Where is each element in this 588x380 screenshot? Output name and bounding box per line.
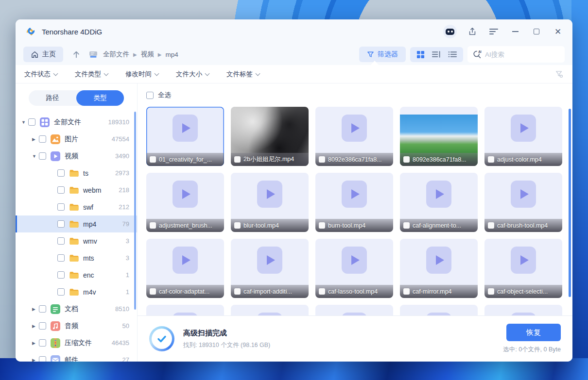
tree-item-checkbox[interactable] xyxy=(57,169,65,177)
tree-item-checkbox[interactable] xyxy=(39,305,46,313)
grid-view-icon[interactable] xyxy=(416,50,425,59)
tree-item[interactable]: ▶ 音频 50 xyxy=(16,317,137,334)
file-card[interactable]: caf-alignment-to... xyxy=(400,173,478,232)
tree-item[interactable]: wmv 3 xyxy=(16,232,137,249)
search-input[interactable] xyxy=(485,51,553,58)
file-card[interactable]: caf-import-additi... xyxy=(231,239,309,298)
tree-item[interactable]: ▶ 文档 8510 xyxy=(16,300,137,317)
file-card[interactable] xyxy=(231,305,309,315)
file-checkbox[interactable] xyxy=(150,156,156,163)
filter-reset-icon[interactable] xyxy=(555,70,564,79)
tree-item-checkbox[interactable] xyxy=(57,237,65,245)
file-checkbox[interactable] xyxy=(488,156,494,163)
tree-item[interactable]: enc 1 xyxy=(16,266,137,283)
sidebar-scrollbar[interactable] xyxy=(134,112,136,310)
file-checkbox[interactable] xyxy=(488,222,494,229)
file-card[interactable]: caf-mirror.mp4 xyxy=(400,239,478,298)
tree-item-checkbox[interactable] xyxy=(57,186,65,194)
file-card[interactable]: caf-object-selecti... xyxy=(484,239,562,298)
expander-caret-icon[interactable]: ▶ xyxy=(32,307,39,312)
tab-type[interactable]: 类型 xyxy=(76,90,124,106)
expander-caret-icon[interactable]: ▶ xyxy=(32,341,39,346)
list-view-icon[interactable] xyxy=(448,50,457,58)
menu-icon[interactable] xyxy=(488,26,500,37)
tree-item[interactable]: mp4 79 xyxy=(16,215,137,232)
breadcrumb-all-files[interactable]: 全部文件 xyxy=(103,50,129,59)
tree-item-checkbox[interactable] xyxy=(39,356,46,362)
home-button[interactable]: 主页 xyxy=(23,47,63,62)
tree-item[interactable]: ts 2973 xyxy=(16,165,137,182)
expander-caret-icon[interactable]: ▶ xyxy=(32,324,39,329)
tree-item-checkbox[interactable] xyxy=(57,271,65,279)
ai-assistant-icon[interactable] xyxy=(443,25,457,38)
detail-view-icon[interactable] xyxy=(432,50,441,58)
file-checkbox[interactable] xyxy=(319,222,325,229)
tree-item[interactable]: ▼ 全部文件 189310 xyxy=(16,114,137,131)
breadcrumb-video[interactable]: 视频 xyxy=(141,50,154,59)
ai-search-box[interactable]: AI xyxy=(467,46,565,63)
tree-item[interactable]: ▼ 视频 3490 xyxy=(16,148,137,165)
tree-item[interactable]: webm 218 xyxy=(16,182,137,198)
file-card[interactable]: caf-color-adaptat... xyxy=(146,239,224,298)
file-card[interactable] xyxy=(146,305,224,315)
file-card[interactable]: 01_creativity_for_... xyxy=(146,107,224,166)
file-checkbox[interactable] xyxy=(403,288,410,295)
tree-item-checkbox[interactable] xyxy=(57,220,65,228)
tree-item[interactable]: ▶ 邮件 27 xyxy=(16,351,137,362)
file-card[interactable]: 8092e386ca71fa8... xyxy=(315,107,393,166)
filter-file-size[interactable]: 文件大小 xyxy=(176,70,209,79)
file-card[interactable]: blur-tool.mp4 xyxy=(231,173,309,232)
file-card[interactable]: 2b小姐姐尼尔.mp4 xyxy=(231,107,309,166)
select-all-checkbox[interactable] xyxy=(146,92,154,99)
content-scrollbar[interactable] xyxy=(569,109,571,297)
tree-item-checkbox[interactable] xyxy=(39,152,46,160)
filter-button[interactable]: 筛选器 xyxy=(359,47,406,62)
filter-modified-time[interactable]: 修改时间 xyxy=(125,70,158,79)
tree-item-checkbox[interactable] xyxy=(28,118,35,126)
tree-item[interactable]: swf 212 xyxy=(16,198,137,215)
file-card[interactable] xyxy=(484,305,562,315)
tree-item[interactable]: ▶ 压缩文件 46435 xyxy=(16,334,137,351)
file-checkbox[interactable] xyxy=(488,288,494,295)
expander-caret-icon[interactable]: ▼ xyxy=(32,154,39,159)
tree-item-checkbox[interactable] xyxy=(57,203,65,211)
file-checkbox[interactable] xyxy=(234,156,241,163)
navigate-up-button[interactable] xyxy=(72,50,81,59)
tree-item-checkbox[interactable] xyxy=(57,254,65,262)
file-checkbox[interactable] xyxy=(319,288,325,295)
filter-file-tag[interactable]: 文件标签 xyxy=(226,70,259,79)
file-card[interactable]: caf-lasso-tool.mp4 xyxy=(315,239,393,298)
file-card[interactable]: 8092e386ca71fa8... xyxy=(400,107,478,166)
tree-item-checkbox[interactable] xyxy=(39,135,46,143)
expander-caret-icon[interactable]: ▶ xyxy=(32,358,39,362)
file-checkbox[interactable] xyxy=(150,222,156,229)
recover-button[interactable]: 恢复 xyxy=(506,324,561,341)
file-card[interactable] xyxy=(315,305,393,315)
tree-item[interactable]: mts 3 xyxy=(16,249,137,266)
file-checkbox[interactable] xyxy=(403,222,410,229)
expander-caret-icon[interactable]: ▶ xyxy=(32,137,39,142)
tree-item[interactable]: m4v 1 xyxy=(16,283,137,300)
file-card[interactable]: caf-brush-tool.mp4 xyxy=(484,173,562,232)
filter-file-status[interactable]: 文件状态 xyxy=(24,70,57,79)
file-card[interactable] xyxy=(400,305,478,315)
tree-item-checkbox[interactable] xyxy=(39,339,46,347)
tab-path[interactable]: 路径 xyxy=(29,90,76,106)
share-icon[interactable] xyxy=(467,26,478,37)
close-button[interactable]: ✕ xyxy=(552,26,564,37)
file-checkbox[interactable] xyxy=(403,156,410,163)
maximize-button[interactable] xyxy=(531,26,542,37)
filter-file-type[interactable]: 文件类型 xyxy=(75,70,108,79)
file-checkbox[interactable] xyxy=(234,288,241,295)
file-card[interactable]: adjustment_brush... xyxy=(146,173,224,232)
tree-item-checkbox[interactable] xyxy=(57,288,65,296)
tree-item[interactable]: ▶ 图片 47554 xyxy=(16,131,137,148)
file-checkbox[interactable] xyxy=(234,222,241,229)
tree-item-checkbox[interactable] xyxy=(39,322,46,330)
expander-caret-icon[interactable]: ▼ xyxy=(21,120,28,125)
file-checkbox[interactable] xyxy=(319,156,325,163)
file-checkbox[interactable] xyxy=(150,288,156,295)
file-card[interactable]: adjust-color.mp4 xyxy=(484,107,562,166)
minimize-button[interactable] xyxy=(509,26,521,37)
breadcrumb-mp4[interactable]: mp4 xyxy=(165,51,178,58)
